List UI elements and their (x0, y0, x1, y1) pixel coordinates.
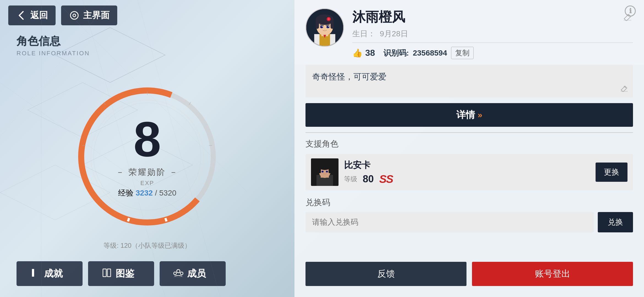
svg-point-10 (70, 12, 78, 19)
svg-point-27 (177, 270, 180, 273)
main-button[interactable]: 主界面 (61, 6, 117, 25)
catalog-icon (102, 268, 112, 280)
svg-point-49 (322, 26, 323, 27)
logout-button[interactable]: 账号登出 (472, 262, 633, 286)
gauge-exp-value: 经验 3232 / 5320 (118, 188, 176, 198)
user-info: 沐雨橙风 生日： 9月28日 👍 38 (352, 8, 633, 59)
section-title-area: 角色信息 ROLE INFORMATION (0, 31, 294, 60)
likes-id-row: 👍 38 识别码: 23568594 复制 (352, 47, 633, 59)
svg-rect-64 (318, 165, 321, 173)
svg-point-29 (180, 272, 183, 275)
redeem-input[interactable] (305, 212, 594, 232)
svg-point-28 (174, 272, 176, 275)
gauge-wrapper: 8 － 荣耀勋阶 － EXP 经验 3232 / 5320 等级: 120（小队… (70, 79, 224, 233)
section-title-sub: ROLE INFORMATION (17, 50, 278, 57)
svg-rect-56 (624, 20, 631, 21)
svg-point-44 (328, 18, 330, 20)
birthday-label: 生日： (352, 29, 375, 39)
members-label: 成员 (187, 267, 206, 280)
achievements-label: 成就 (44, 267, 63, 280)
svg-line-21 (128, 218, 129, 221)
id-label: 识别码: (383, 48, 409, 58)
support-info: 比安卡 等级 80 SS (344, 159, 590, 185)
support-level-label: 等级 (344, 175, 357, 183)
members-icon (173, 268, 183, 280)
birthday-row: 生日： 9月28日 (352, 29, 633, 39)
achievements-button[interactable]: 成就 (17, 261, 83, 286)
support-avatar (311, 158, 339, 186)
back-icon (16, 10, 27, 21)
thumbs-up-icon: 👍 (352, 48, 362, 58)
gauge-exp-text: 经验 (118, 189, 133, 197)
bio-edit-icon[interactable] (620, 84, 628, 94)
gauge-honor-label: － 荣耀勋阶 － (116, 167, 179, 178)
redeem-button[interactable]: 兑换 (598, 212, 633, 232)
svg-point-69 (326, 171, 328, 172)
members-button[interactable]: 成员 (160, 261, 226, 286)
support-card: 比安卡 等级 80 SS 更换 (305, 154, 633, 190)
detail-label: 详情 (456, 109, 475, 121)
support-rank: SS (379, 173, 393, 185)
redeem-row: 兑换 (305, 212, 633, 232)
back-label: 返回 (30, 9, 48, 21)
redeem-section: 兑换码 兑换 (294, 190, 644, 232)
id-section: 识别码: 23568594 复制 (383, 47, 474, 59)
bio-text: 奇奇怪怪，可可爱爱 (312, 71, 626, 82)
detail-button[interactable]: 详情 » (305, 103, 633, 127)
gauge-exp-label: EXP (140, 180, 154, 187)
nav-bar: 返回 主界面 (0, 0, 294, 31)
info-icon[interactable]: ℹ (625, 6, 636, 16)
gauge-level-number: 8 (133, 114, 161, 164)
left-panel: 返回 主界面 角色信息 ROLE INFORMATION (0, 0, 294, 297)
copy-button[interactable]: 复制 (451, 47, 474, 59)
likes-count: 38 (365, 48, 375, 58)
svg-point-11 (73, 14, 76, 17)
svg-point-53 (324, 29, 325, 29)
gauge-center: 8 － 荣耀勋阶 － EXP 经验 3232 / 5320 (116, 114, 179, 198)
avatar (305, 8, 344, 47)
gauge-container: 8 － 荣耀勋阶 － EXP 经验 3232 / 5320 等级: 120（小队… (0, 60, 294, 253)
svg-rect-65 (329, 165, 331, 173)
panel-bottom-btns: 反馈 账号登出 (294, 254, 644, 297)
divider-1 (352, 42, 633, 43)
right-panel: ℹ (294, 0, 644, 297)
birthday-value: 9月28日 (380, 29, 408, 39)
likes-section: 👍 38 (352, 48, 375, 58)
id-value: 23568594 (413, 49, 447, 57)
redeem-title: 兑换码 (305, 197, 633, 208)
svg-rect-26 (107, 269, 111, 277)
support-section: 支援角色 比安 (294, 133, 644, 190)
back-button[interactable]: 返回 (8, 6, 56, 25)
svg-rect-25 (103, 269, 106, 277)
gauge-exp-max: 5320 (159, 189, 176, 197)
support-name: 比安卡 (344, 159, 590, 171)
support-title: 支援角色 (305, 138, 633, 150)
detail-arrows-icon: » (478, 110, 482, 120)
feedback-button[interactable]: 反馈 (305, 262, 466, 286)
user-name-row: 沐雨橙风 (352, 8, 633, 26)
achievements-icon (30, 268, 40, 280)
svg-point-50 (328, 26, 329, 27)
gauge-exp-divider: / (155, 189, 157, 197)
catalog-label: 图鉴 (116, 267, 134, 280)
svg-line-22 (165, 218, 167, 221)
change-support-button[interactable]: 更换 (596, 163, 627, 182)
gauge-level-text: 等级: 120（小队等级已满级） (70, 241, 224, 250)
gauge-exp-current: 3232 (136, 189, 153, 197)
main-label: 主界面 (83, 9, 110, 21)
section-title-main: 角色信息 (17, 34, 278, 49)
bottom-buttons: 成就 图鉴 (0, 253, 294, 297)
svg-point-68 (322, 171, 323, 172)
main-icon (69, 10, 80, 21)
bio-section: 奇奇怪怪，可可爱爱 (305, 65, 633, 98)
svg-rect-58 (621, 91, 628, 92)
support-level-row: 等级 80 SS (344, 173, 590, 185)
catalog-button[interactable]: 图鉴 (88, 261, 154, 286)
support-level-value: 80 (363, 173, 374, 185)
user-name: 沐雨橙风 (352, 8, 405, 26)
user-profile: 沐雨橙风 生日： 9月28日 👍 38 (294, 0, 644, 65)
